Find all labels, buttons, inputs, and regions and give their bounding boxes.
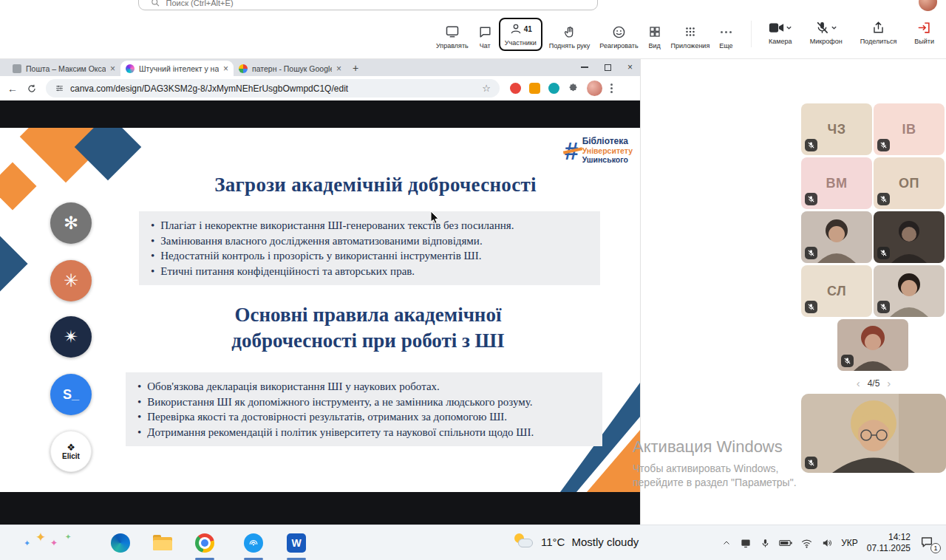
tray-expand-icon[interactable] (722, 539, 731, 547)
bullet-text: Дотримання рекомендацій і політик універ… (147, 425, 534, 440)
letterbox-bottom (0, 492, 640, 525)
account-avatar[interactable] (919, 0, 937, 11)
layout-grid-icon (648, 25, 661, 38)
word-icon[interactable]: W (287, 533, 306, 553)
chrome-icon[interactable] (195, 533, 214, 553)
leave-button[interactable]: Выйти (911, 18, 937, 47)
mouse-cursor (430, 211, 440, 224)
next-page-icon[interactable]: › (887, 377, 891, 389)
more-button[interactable]: Еще (716, 22, 735, 51)
camera-button[interactable]: Камера (766, 18, 795, 47)
browser-tabstrip: Пошта – Максим Оксана Ана × Штучний інте… (0, 59, 640, 76)
tab-close-icon[interactable]: × (336, 64, 341, 74)
openai-logo-icon: ✻ (50, 202, 92, 244)
participant-tile-video[interactable] (874, 265, 945, 317)
browser-profile-avatar[interactable] (587, 81, 602, 96)
share-label: Поделиться (860, 38, 897, 45)
react-button[interactable]: Реагировать (596, 22, 641, 51)
participant-tile-video[interactable] (874, 211, 945, 263)
camera-label: Камера (769, 38, 792, 45)
chat-button[interactable]: Чат (475, 22, 495, 51)
taskbar-clock[interactable]: 14:12 07.11.2025 (867, 532, 911, 554)
extension-icon-red[interactable] (510, 83, 521, 94)
keyboard-language[interactable]: УКР (841, 538, 858, 548)
puzzle-extensions-icon[interactable] (568, 83, 579, 94)
manage-button[interactable]: Управлять (433, 22, 472, 51)
mic-muted-badge (877, 247, 890, 259)
reload-icon[interactable] (27, 83, 37, 94)
prev-page-icon[interactable]: ‹ (857, 377, 860, 389)
address-bar[interactable]: canva.com/design/DAG3KSM2g-8/JxMymNEhErU… (46, 79, 500, 98)
notification-center-icon[interactable]: 1 (919, 535, 937, 551)
tray-mic-icon[interactable] (760, 538, 770, 549)
system-tray: УКР 14:12 07.11.2025 1 (722, 525, 937, 560)
raise-hand-button[interactable]: Поднять руку (546, 22, 593, 51)
meeting-app-icon[interactable] (244, 533, 263, 553)
active-speaker-tile[interactable] (801, 394, 946, 473)
participant-tile[interactable]: ОП (874, 157, 945, 209)
chevron-down-icon[interactable] (831, 24, 837, 31)
apps-button[interactable]: Приложения (668, 22, 713, 51)
elicit-label: Elicit (62, 452, 80, 460)
browser-tab-canva[interactable]: Штучний інтелект у науковій × (120, 61, 234, 76)
extension-icon-orange[interactable] (529, 83, 540, 94)
shared-screen: Пошта – Максим Оксана Ана × Штучний інте… (0, 59, 640, 525)
browser-tab-google[interactable]: патерн - Пошук Google × (234, 61, 347, 76)
search-input[interactable] (166, 0, 585, 7)
speaker-video (801, 394, 946, 473)
slide-title-threats: Загрози академічній доброчесності (118, 174, 633, 197)
back-icon[interactable]: ← (7, 83, 18, 95)
maximize-icon[interactable] (605, 64, 611, 71)
tab-close-icon[interactable]: × (110, 64, 115, 74)
participant-tile-video[interactable] (837, 319, 908, 371)
mic-button[interactable]: Микрофон (807, 18, 845, 47)
participant-tile[interactable]: ВМ (801, 157, 872, 209)
tab-close-icon[interactable]: × (223, 64, 228, 74)
meeting-toolbar: Управлять Чат 41 Участники Поднять руку … (0, 0, 946, 59)
close-icon[interactable]: × (627, 62, 633, 72)
search-icon (151, 0, 160, 7)
toolbar-main-group: Управлять Чат 41 Участники Поднять руку … (433, 18, 736, 51)
weather-temp: 11°C (541, 536, 565, 548)
participants-button[interactable]: 41 Участники (499, 18, 542, 51)
participant-tile[interactable]: ЧЗ (801, 103, 872, 155)
participant-tile[interactable]: СЛ (801, 265, 872, 317)
participants-count-badge: 41 (524, 25, 532, 33)
browser-tab-mail[interactable]: Пошта – Максим Оксана Ана × (7, 61, 120, 76)
mic-muted-badge (805, 193, 817, 205)
extension-icon-teal[interactable] (548, 83, 559, 94)
weather-widget[interactable]: 11°C Mostly cloudy (514, 533, 639, 550)
participant-tile[interactable]: ІВ (874, 103, 945, 155)
minimize-icon[interactable] (581, 66, 588, 68)
manage-label: Управлять (436, 42, 469, 49)
more-icon (721, 31, 732, 33)
smiley-icon (612, 25, 626, 39)
mic-muted-badge (877, 193, 890, 205)
speaker-icon[interactable] (821, 538, 832, 548)
share-button[interactable]: Поделиться (857, 18, 900, 47)
edge-browser-icon[interactable] (111, 533, 130, 553)
site-settings-icon[interactable] (55, 83, 64, 93)
page-indicator: 4/5 (868, 378, 880, 389)
mic-muted-badge (805, 139, 817, 151)
participant-tile-video[interactable] (801, 211, 872, 263)
scite-glyph: S_ (63, 388, 79, 401)
bookmark-star-icon[interactable]: ☆ (482, 83, 491, 94)
battery-icon[interactable] (779, 539, 792, 547)
watermark-title: Активация Windows (633, 437, 809, 457)
mic-muted-badge (877, 139, 890, 151)
widgets-icon[interactable]: ✦ ✦ ✦ ✦ (22, 531, 85, 555)
openai-glyph: ✻ (64, 214, 78, 232)
chevron-down-icon[interactable] (786, 24, 792, 31)
bullet-text: Обов'язкова декларація використання ШІ у… (147, 379, 440, 395)
browser-menu-icon[interactable] (610, 83, 613, 93)
display-icon[interactable] (740, 538, 752, 549)
network-icon[interactable] (801, 539, 812, 548)
library-logo: # Бібліотека Університету Ушинського (565, 137, 633, 165)
view-button[interactable]: Вид (645, 22, 664, 51)
new-tab-button[interactable]: + (353, 62, 358, 74)
meeting-search[interactable] (138, 0, 598, 10)
logo-line1: Бібліотека (582, 137, 633, 146)
file-explorer-icon[interactable] (153, 533, 172, 553)
camera-icon (769, 21, 784, 34)
